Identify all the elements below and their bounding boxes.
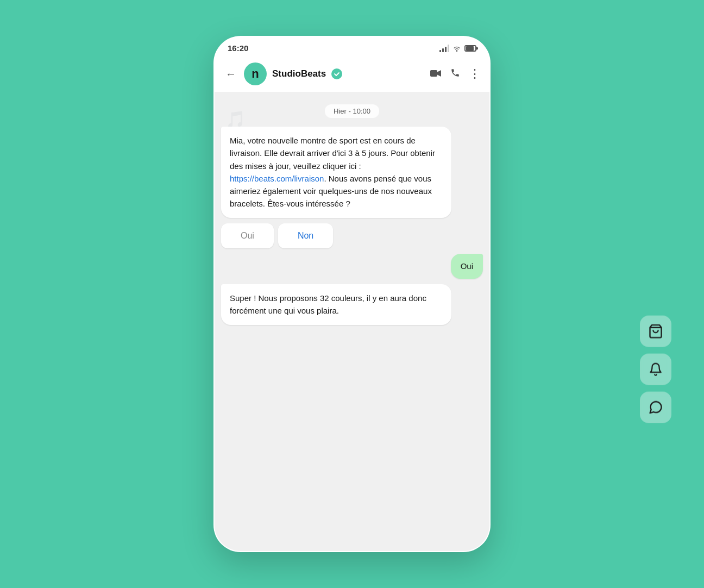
cart-side-button[interactable]	[640, 316, 671, 347]
chat-content: Hier - 10:00 Mia, votre nouvelle montre …	[221, 101, 483, 325]
avatar: n	[244, 62, 267, 85]
battery-icon	[464, 45, 476, 52]
outgoing-message-1: Oui	[451, 254, 483, 279]
cart-icon	[648, 324, 663, 339]
phone-call-icon[interactable]	[450, 68, 460, 80]
wifi-icon	[452, 45, 461, 52]
phone-frame: 16:20 ← n StudioBeats	[213, 36, 491, 552]
incoming-message-1: Mia, votre nouvelle montre de sport est …	[221, 127, 451, 218]
chat-header: ← n StudioBeats	[215, 57, 489, 92]
avatar-letter: n	[252, 67, 259, 81]
page-wrapper: 16:20 ← n StudioBeats	[0, 0, 704, 588]
contact-name: StudioBeats	[272, 68, 326, 79]
header-actions: ⋮	[430, 67, 481, 81]
whatsapp-side-button[interactable]	[640, 392, 671, 423]
bell-side-button[interactable]	[640, 354, 671, 385]
date-badge: Hier - 10:00	[325, 104, 379, 118]
video-call-icon[interactable]	[430, 68, 442, 80]
verified-icon	[331, 68, 342, 79]
quick-reply-oui[interactable]: Oui	[221, 223, 274, 248]
quick-reply-non[interactable]: Non	[278, 223, 333, 248]
back-button[interactable]: ←	[223, 66, 238, 83]
side-actions	[640, 316, 671, 423]
status-icons	[439, 45, 476, 52]
status-bar: 16:20	[215, 37, 489, 57]
bell-icon	[649, 362, 663, 377]
status-time: 16:20	[228, 43, 248, 53]
message-text-part1: Mia, votre nouvelle montre de sport est …	[230, 136, 435, 171]
quick-replies: Oui Non	[221, 223, 333, 248]
signal-icon	[439, 45, 449, 52]
date-separator: Hier - 10:00	[221, 104, 483, 118]
svg-rect-0	[430, 70, 437, 77]
incoming-message-2: Super ! Nous proposons 32 couleurs, il y…	[221, 284, 451, 325]
message-link[interactable]: https://beats.com/livraison	[230, 174, 324, 183]
whatsapp-icon	[648, 400, 663, 415]
chat-area[interactable]: 🎵 ♪ 🎶 🎵 ♩ 🎵 ♪ 🎶 🎵 ♩ 🎶 🎵 ♪ 🎵 🎶 ♩	[215, 92, 489, 551]
more-options-icon[interactable]: ⋮	[469, 67, 481, 81]
